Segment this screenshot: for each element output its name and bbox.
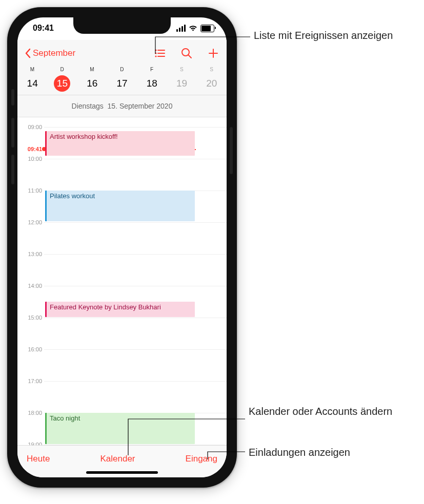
hour-label: 18:00: [17, 410, 42, 416]
callout-list: Liste mit Ereignissen anzeigen: [254, 29, 413, 42]
event-block[interactable]: Artist workshop kickoff!: [45, 131, 195, 156]
svg-point-5: [155, 55, 156, 57]
hour-label: 12:00: [17, 219, 42, 225]
volume-down-button: [11, 155, 14, 184]
battery-icon: [200, 25, 214, 32]
week-strip: M D M D F S S 14 15 16 17 18 19 20: [17, 65, 227, 95]
cellular-icon: [176, 25, 186, 32]
day-cell[interactable]: 14: [17, 75, 47, 92]
back-label: September: [33, 48, 75, 58]
weekday-header: S: [197, 67, 227, 72]
back-button[interactable]: September: [25, 48, 75, 58]
day-cell[interactable]: 20: [197, 75, 227, 92]
today-button[interactable]: Heute: [27, 454, 50, 464]
inbox-button[interactable]: Eingang: [186, 454, 217, 464]
add-icon[interactable]: [207, 47, 219, 59]
volume-up-button: [11, 118, 14, 148]
day-cell[interactable]: 18: [137, 75, 167, 92]
hour-label: 14:00: [17, 283, 42, 289]
phone-frame: 09:41 September: [7, 7, 237, 488]
full-date-label: Dienstags 15. September 2020: [17, 102, 227, 114]
hour-label: 13:00: [17, 251, 42, 257]
hour-label: 15:00: [17, 314, 42, 321]
day-cell[interactable]: 19: [167, 75, 196, 92]
day-cell[interactable]: 17: [107, 75, 137, 92]
screen: 09:41 September: [17, 17, 227, 477]
ring-switch: [11, 89, 14, 106]
day-cell[interactable]: 16: [77, 75, 107, 92]
event-block[interactable]: Taco night: [45, 413, 195, 444]
weekday-header: F: [137, 67, 167, 72]
status-time: 09:41: [33, 24, 54, 33]
now-time-label: 09:41: [17, 146, 42, 152]
hour-label: 11:00: [17, 187, 42, 194]
event-block[interactable]: Pilates workout: [45, 191, 195, 221]
calendars-button[interactable]: Kalender: [100, 454, 135, 464]
hour-label: 17:00: [17, 378, 42, 384]
callout-calendars: Kalender oder Accounts ändern: [249, 405, 408, 418]
svg-point-4: [155, 52, 156, 54]
event-block[interactable]: Featured Keynote by Lindsey Bukhari: [45, 302, 195, 317]
hour-label: 16:00: [17, 346, 42, 352]
svg-line-7: [188, 55, 191, 58]
search-icon[interactable]: [180, 47, 193, 59]
hour-label: 10:00: [17, 156, 42, 162]
hour-label: 09:00: [17, 124, 42, 130]
svg-point-3: [155, 49, 156, 51]
notch: [73, 17, 171, 34]
list-icon[interactable]: [154, 47, 166, 59]
timeline[interactable]: 09:00 10:00 11:00 12:00 13:00 14:00 15:0…: [17, 118, 227, 451]
weekday-header: M: [17, 67, 47, 72]
weekday-header: S: [167, 67, 196, 72]
callout-invites: Einladungen anzeigen: [249, 446, 413, 459]
weekday-header: D: [107, 67, 137, 72]
weekday-header: D: [47, 67, 77, 72]
nav-bar: September: [17, 42, 227, 65]
wifi-icon: [189, 25, 197, 32]
chevron-left-icon: [25, 48, 31, 58]
power-button: [230, 127, 233, 174]
home-indicator[interactable]: [86, 471, 158, 474]
day-cell-selected[interactable]: 15: [47, 75, 77, 92]
weekday-header: M: [77, 67, 107, 72]
